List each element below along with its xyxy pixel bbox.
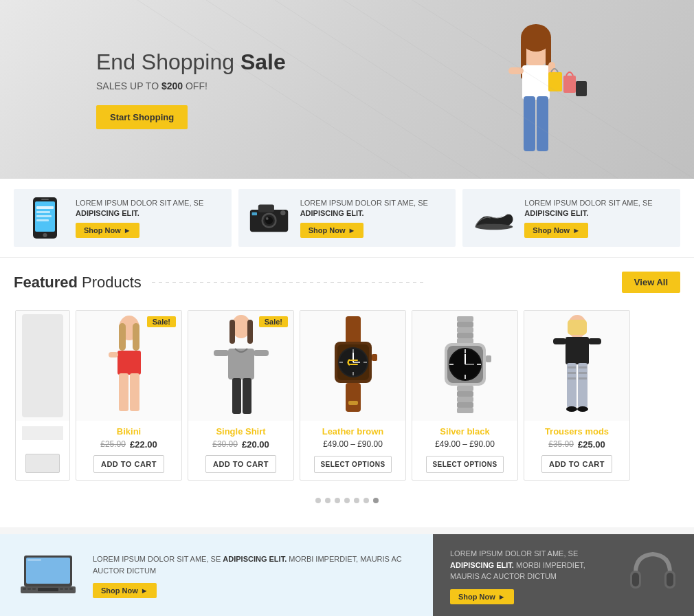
svg-rect-22 bbox=[36, 211, 50, 213]
svg-rect-77 bbox=[464, 375, 466, 379]
svg-rect-37 bbox=[133, 323, 139, 351]
featured-title: Featured Products bbox=[14, 274, 142, 292]
svg-rect-110 bbox=[60, 588, 63, 590]
svg-rect-63 bbox=[350, 364, 358, 365]
svg-rect-68 bbox=[457, 327, 473, 333]
start-shopping-button[interactable]: Start Shopping bbox=[96, 105, 188, 129]
product-image-partial bbox=[16, 311, 69, 421]
phone-icon bbox=[24, 197, 65, 239]
svg-rect-108 bbox=[27, 588, 31, 590]
svg-point-101 bbox=[577, 406, 588, 412]
svg-rect-48 bbox=[232, 378, 241, 414]
products-row: Sale! Bikini £25.00 £22.00 bbox=[14, 307, 680, 491]
svg-rect-106 bbox=[27, 559, 41, 561]
svg-rect-45 bbox=[228, 349, 254, 380]
svg-rect-88 bbox=[568, 320, 587, 335]
svg-rect-97 bbox=[579, 372, 587, 374]
leather-brown-price-range: £49.00 – £90.00 bbox=[323, 439, 383, 449]
svg-rect-82 bbox=[457, 386, 473, 391]
promo-strip-phone: LOREM IPSUM DOLOR SIT AME, SE ADIPISCING… bbox=[14, 189, 232, 247]
leather-brown-select-button[interactable]: SELECT OPTIONS bbox=[314, 456, 391, 473]
single-shirt-add-to-cart-button[interactable]: ADD TO CART bbox=[205, 455, 276, 473]
svg-point-19 bbox=[43, 233, 47, 237]
promo-strips-section: LOREM IPSUM DOLOR SIT AME, SE ADIPISCING… bbox=[0, 179, 694, 258]
svg-rect-85 bbox=[457, 402, 473, 408]
single-shirt-old-price: £30.00 bbox=[212, 439, 238, 450]
shop-now-laptop-button[interactable]: Shop Now ► bbox=[93, 583, 157, 598]
leather-brown-image bbox=[300, 311, 405, 421]
svg-rect-95 bbox=[579, 366, 587, 368]
svg-rect-50 bbox=[346, 316, 361, 344]
svg-rect-91 bbox=[588, 338, 601, 344]
svg-rect-86 bbox=[457, 408, 473, 413]
silver-black-select-button[interactable]: SELECT OPTIONS bbox=[426, 456, 503, 473]
view-all-button[interactable]: View All bbox=[622, 272, 680, 293]
featured-header: Featured Products View All bbox=[14, 272, 680, 293]
svg-rect-98 bbox=[568, 377, 576, 380]
single-shirt-new-price: £20.00 bbox=[242, 439, 269, 450]
product-card-bikini: Sale! Bikini £25.00 £22.00 bbox=[76, 310, 182, 481]
svg-rect-44 bbox=[247, 320, 253, 344]
arrow-right-icon-3: ► bbox=[572, 226, 580, 234]
svg-rect-53 bbox=[372, 354, 377, 361]
trousers-mods-prices: £35.00 £25.00 bbox=[548, 439, 605, 450]
trousers-mods-old-price: £35.00 bbox=[548, 439, 574, 450]
bikini-add-to-cart-button[interactable]: ADD TO CART bbox=[93, 455, 164, 473]
svg-rect-23 bbox=[36, 215, 52, 217]
shop-now-headphones-button[interactable]: Shop Now ► bbox=[450, 589, 514, 604]
carousel-dot-1[interactable] bbox=[315, 498, 321, 503]
carousel-dot-6[interactable] bbox=[363, 498, 369, 503]
headphone-icon bbox=[629, 549, 677, 603]
svg-rect-20 bbox=[41, 199, 49, 200]
svg-rect-59 bbox=[363, 362, 367, 363]
promo-strip-camera: LOREM IPSUM DOLOR SIT AME, SE ADIPISCING… bbox=[238, 189, 456, 247]
promo-strip-shoe-text: LOREM IPSUM DOLOR SIT AME, SE ADIPISCING… bbox=[524, 198, 670, 239]
hero-content: End Shopping Sale SALES UP TO $200 OFF! … bbox=[96, 50, 286, 129]
svg-rect-57 bbox=[352, 372, 354, 375]
arrow-right-icon-5: ► bbox=[498, 593, 506, 601]
trousers-mods-image bbox=[524, 311, 629, 421]
featured-section: Featured Products View All Sale! bbox=[0, 258, 694, 527]
shop-now-shoe-button[interactable]: Shop Now ► bbox=[524, 223, 588, 238]
shop-now-phone-button[interactable]: Shop Now ► bbox=[76, 223, 139, 238]
camera-icon bbox=[249, 197, 290, 239]
svg-rect-26 bbox=[258, 205, 274, 212]
svg-rect-78 bbox=[449, 364, 454, 365]
carousel-dot-4[interactable] bbox=[344, 498, 350, 503]
single-shirt-prices: £30.00 £20.00 bbox=[212, 439, 269, 450]
svg-rect-73 bbox=[486, 355, 491, 362]
svg-rect-64 bbox=[346, 383, 361, 412]
bottom-promo-headphones: LOREM IPSUM DOLOR SIT AME, SE ADIPISCING… bbox=[433, 534, 694, 616]
svg-point-30 bbox=[266, 217, 269, 220]
svg-rect-99 bbox=[579, 377, 587, 380]
promo-strip-camera-text: LOREM IPSUM DOLOR SIT AME, SE ADIPISCING… bbox=[300, 198, 446, 239]
trousers-mods-add-to-cart-button[interactable]: ADD TO CART bbox=[541, 455, 612, 473]
arrow-right-icon-2: ► bbox=[348, 226, 355, 234]
svg-rect-39 bbox=[119, 373, 128, 411]
carousel-dot-2[interactable] bbox=[325, 498, 331, 503]
carousel-dot-3[interactable] bbox=[335, 498, 340, 503]
product-card-silver-black: Silver black £49.00 – £90.00 SELECT OPTI… bbox=[412, 310, 518, 481]
silver-black-name: Silver black bbox=[440, 426, 489, 437]
svg-rect-32 bbox=[251, 212, 256, 216]
shoe-icon bbox=[473, 197, 514, 239]
svg-rect-46 bbox=[214, 350, 229, 356]
bikini-prices: £25.00 £22.00 bbox=[100, 439, 157, 450]
svg-rect-94 bbox=[568, 366, 576, 368]
bikini-old-price: £25.00 bbox=[100, 439, 126, 450]
svg-rect-47 bbox=[254, 350, 269, 356]
svg-rect-92 bbox=[567, 363, 577, 408]
svg-rect-66 bbox=[457, 316, 473, 322]
product-card-trousers-mods: Trousers mods £35.00 £25.00 ADD TO CART bbox=[524, 310, 630, 481]
laptop-icon bbox=[17, 552, 79, 600]
svg-rect-103 bbox=[26, 558, 70, 584]
svg-rect-84 bbox=[457, 397, 473, 402]
carousel-dot-5[interactable] bbox=[354, 498, 359, 503]
svg-rect-112 bbox=[69, 588, 73, 590]
bottom-promo-laptop: LOREM IPSUM DOLOR SIT AME, SE ADIPISCING… bbox=[0, 534, 433, 616]
product-card-partial bbox=[15, 310, 70, 481]
silver-black-image bbox=[412, 311, 517, 421]
shop-now-camera-button[interactable]: Shop Now ► bbox=[300, 223, 364, 238]
carousel-dot-7[interactable] bbox=[373, 498, 379, 503]
svg-rect-76 bbox=[464, 349, 466, 353]
